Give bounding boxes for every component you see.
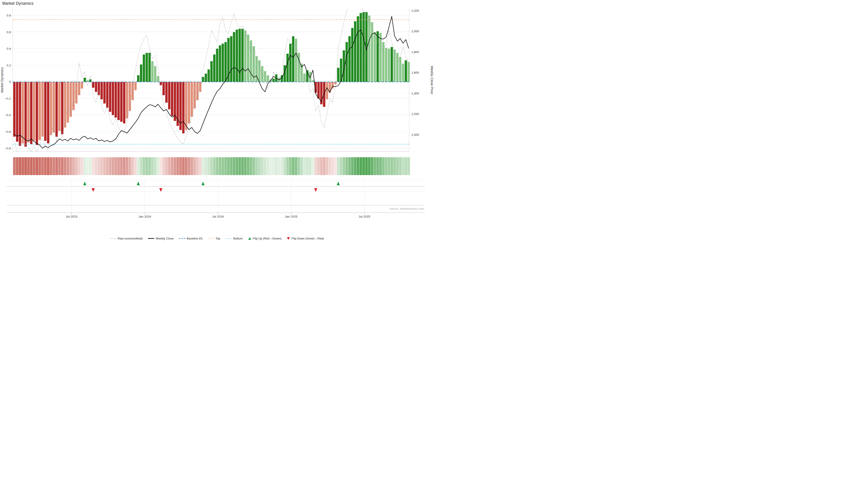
md-bar [391,47,393,82]
heatmap-cell [351,157,354,175]
legend-item-top: Top [208,237,220,240]
md-bar [205,74,207,82]
legend-item-raw: Raw (unsmoothed) [110,237,143,240]
md-bar [247,35,249,82]
heatmap-cell [16,157,19,175]
md-bar [13,82,16,137]
md-bar [72,82,74,110]
md-bar [241,29,244,82]
md-bar [213,55,215,82]
left-tick-label: 0 [9,80,11,84]
heatmap-cell [151,157,154,175]
md-bar [371,22,373,82]
md-bar [137,75,140,82]
right-tick-label: 1,000 [411,133,419,136]
legend-label: Flip Down (Green→Red) [291,237,324,240]
md-bar [211,61,213,82]
heatmap-cell [126,157,128,175]
heatmap-cell [157,157,159,175]
right-tick-label: 1,400 [411,92,419,95]
flip-up-marker-icon [83,182,86,185]
md-bar [377,31,379,82]
heatmap-cell [162,157,165,175]
flip-down-marker-icon [92,188,95,192]
flip-up-marker-icon [137,182,140,185]
x-tick-label: Jul 2023 [66,215,77,218]
heatmap-cell [278,157,281,175]
heatmap-cell [320,157,323,175]
md-bar [289,43,291,82]
heatmap-cell [374,157,376,175]
left-tick-label: −0.4 [5,113,11,117]
md-bar [272,78,275,82]
md-bar [120,82,123,122]
heatmap-cell [72,157,75,175]
legend-item-bottom: Bottom [225,237,243,240]
md-bar [33,82,35,141]
md-bar [112,82,114,115]
baseline-swatch-icon [179,238,185,239]
heatmap-cell [196,157,199,175]
md-bar [188,82,190,124]
heatmap-cell [312,157,314,175]
heatmap-cell [407,157,410,175]
heatmap-cell [160,157,162,175]
x-tick-label: Jan 2025 [285,215,298,218]
md-bar [157,76,159,82]
md-bar [151,61,153,82]
md-bar [326,82,328,99]
heatmap-cell [281,157,283,175]
md-bar [348,36,350,82]
legend-label: Flip Up (Red→Green) [253,237,281,240]
heatmap-cell [47,157,50,175]
heatmap-cell [396,157,399,175]
left-tick-label: −0.8 [5,147,11,150]
md-bar [219,45,221,82]
figure: Market Dynamics 0.80.60.40.20−0.2−0.4−0.… [0,0,434,244]
md-bar [351,28,353,82]
md-bar [168,82,170,109]
heatmap-cell [306,157,309,175]
md-bar [317,82,320,99]
heatmap-cell [103,157,106,175]
md-bar [22,82,24,143]
heatmap-cell [388,157,391,175]
md-bar [402,64,404,82]
legend-label: Bottom [233,237,243,240]
md-bar [393,50,396,82]
md-bar [50,82,52,135]
heatmap-cell [112,157,114,175]
heatmap-cell [41,157,44,175]
flip-down-marker-icon [159,188,162,192]
legend-label: Top [215,237,220,240]
heatmap-cell [250,157,252,175]
md-bar [224,42,227,82]
heatmap-cell [84,157,86,175]
left-tick-label: 0.6 [6,31,11,34]
md-bar [30,82,32,144]
md-bar [250,40,252,82]
heatmap-cell [27,157,30,175]
heatmap-cell [205,157,207,175]
heatmap-cell [185,157,188,175]
heatmap-cell [114,157,117,175]
raw-line-swatch-icon [110,238,116,239]
heatmap-cell [264,157,267,175]
right-tick-label: 2,200 [411,9,419,12]
left-tick-label: 0.2 [6,64,11,67]
left-axis-title: Market Dynamics [0,67,4,93]
md-bar [216,49,218,82]
heatmap-cell [283,157,286,175]
heatmap-cell [365,157,368,175]
md-bar [36,82,38,145]
md-bar [182,82,184,133]
legend-label: Baseline (0) [187,237,202,240]
heatmap-cell [191,157,193,175]
md-bar [126,82,128,119]
heatmap-cell [340,157,342,175]
md-bar [140,64,142,82]
flip-up-marker-icon [337,182,340,185]
heatmap-cell [371,157,373,175]
md-bar [64,82,66,128]
right-tick-label: 1,800 [411,51,419,54]
